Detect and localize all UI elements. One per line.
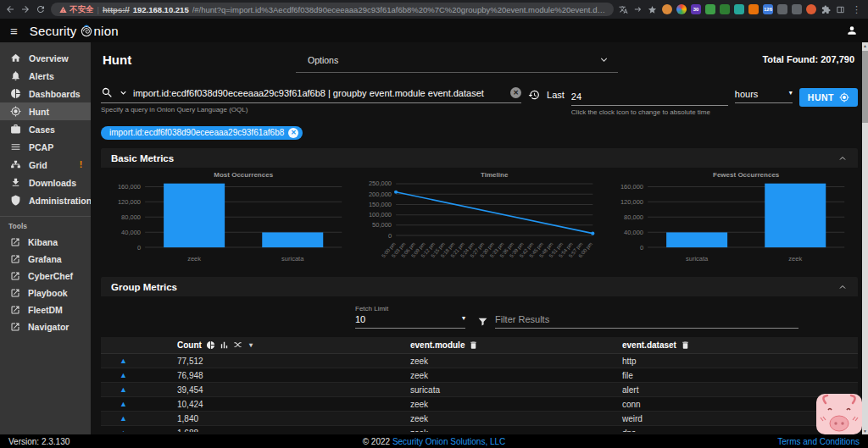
query-history-chevron-icon[interactable] — [119, 88, 128, 97]
sidebar-item-dashboards[interactable]: Dashboards — [0, 85, 91, 102]
share-icon[interactable] — [633, 5, 643, 14]
scroll-down-icon[interactable]: ▼ — [862, 429, 868, 434]
group-metrics-header[interactable]: Group Metrics — [101, 277, 858, 296]
bookmark-star-icon[interactable] — [648, 5, 657, 14]
not-secure-warning[interactable]: 不安全 — [59, 4, 94, 15]
extension-color-wheel[interactable] — [676, 4, 687, 14]
extension-blue-badge[interactable]: 126 — [763, 4, 773, 14]
sidebar-item-label: Overview — [29, 53, 69, 64]
translate-icon[interactable] — [619, 5, 628, 14]
tool-item-cyberchef[interactable]: CyberChef — [0, 268, 91, 285]
remove-filter-icon[interactable]: ✕ — [288, 128, 298, 138]
solutions-link[interactable]: Security Onion Solutions, LLC — [392, 437, 505, 446]
extension-green-calendar[interactable] — [705, 4, 715, 14]
hunt-button[interactable]: HUNT — [799, 88, 858, 107]
sidebar-item-grid[interactable]: Grid! — [0, 156, 91, 174]
history-clock-icon[interactable] — [528, 89, 540, 104]
url-divider: | — [97, 5, 99, 14]
tool-item-fleetdm[interactable]: FleetDM — [0, 301, 91, 318]
table-row[interactable]: ▲77,512zeekhttp — [101, 354, 858, 368]
hamburger-menu-icon[interactable]: ≡ — [10, 24, 18, 38]
row-expand-triangle-icon[interactable]: ▲ — [101, 400, 177, 408]
extensions-puzzle-icon[interactable] — [821, 5, 831, 14]
basic-metrics-header[interactable]: Basic Metrics — [101, 148, 858, 168]
extension-rss[interactable] — [748, 4, 759, 14]
sankey-icon[interactable] — [233, 340, 242, 350]
table-row[interactable]: ▲10,424zeekconn — [101, 397, 858, 412]
external-icon — [10, 322, 20, 332]
duration-input[interactable] — [571, 91, 728, 106]
extension-puzzle[interactable] — [777, 4, 787, 14]
scrollbar-thumb[interactable] — [862, 51, 868, 123]
tool-item-kibana[interactable]: Kibana — [0, 234, 91, 251]
svg-text:120,000: 120,000 — [118, 198, 141, 206]
svg-text:120,000: 120,000 — [620, 198, 643, 206]
extension-orange-ball[interactable] — [662, 4, 672, 14]
table-row[interactable]: ▲76,948zeekfile — [101, 368, 858, 383]
filter-chip[interactable]: import.id:ecdf6f038d90eceeaaa29c93f61af6… — [101, 126, 303, 140]
row-expand-triangle-icon[interactable]: ▲ — [101, 371, 177, 379]
sidebar: OverviewAlertsDashboardsHuntCasesPCAPGri… — [0, 42, 91, 434]
tool-item-grafana[interactable]: Grafana — [0, 251, 91, 268]
address-bar[interactable]: 不安全 | https://192.168.10.215/#/hunt?q=im… — [51, 3, 614, 16]
tool-item-navigator[interactable]: Navigator — [0, 318, 91, 335]
filter-chip-label: import.id:ecdf6f038d90eceeaaa29c93f61af6… — [109, 128, 284, 137]
user-account-icon[interactable] — [846, 25, 858, 36]
browser-menu-icon[interactable]: ⋮ — [850, 4, 863, 15]
reload-icon[interactable] — [36, 4, 46, 14]
sidebar-item-alerts[interactable]: Alerts — [0, 67, 91, 85]
pie-chart-icon[interactable] — [206, 340, 215, 350]
svg-text:80,000: 80,000 — [624, 213, 643, 221]
trash-icon[interactable] — [681, 340, 690, 350]
forward-icon[interactable] — [20, 4, 31, 14]
sidebar-item-label: Administration — [29, 196, 92, 206]
sidebar-item-hunt[interactable]: Hunt — [0, 102, 91, 120]
extension-icons: 30126 — [662, 4, 816, 14]
column-count[interactable]: Count ▾ — [177, 340, 410, 350]
target-icon — [10, 106, 21, 117]
fetch-limit-select[interactable]: 10 ▾ — [355, 314, 465, 329]
column-event-module[interactable]: event.module — [410, 340, 622, 350]
collapse-chevron-up-icon[interactable] — [837, 153, 848, 163]
sidebar-item-downloads[interactable]: Downloads — [0, 174, 91, 191]
filter-results-input[interactable] — [495, 314, 798, 329]
sidebar-item-overview[interactable]: Overview — [0, 49, 91, 67]
trash-icon[interactable] — [469, 340, 478, 350]
tool-item-playbook[interactable]: Playbook — [0, 285, 91, 301]
row-expand-triangle-icon[interactable]: ▲ — [101, 385, 177, 394]
bar-chart-icon[interactable] — [220, 340, 229, 350]
row-expand-triangle-icon[interactable]: ▲ — [101, 414, 177, 423]
table-row[interactable]: ▲1,840zeekweird — [101, 412, 858, 426]
group-table-body: ▲77,512zeekhttp▲76,948zeekfile▲39,454sur… — [101, 354, 858, 432]
row-expand-triangle-icon[interactable]: ▲ — [101, 429, 177, 432]
back-icon[interactable] — [5, 4, 15, 14]
extension-green-robot[interactable] — [720, 4, 730, 14]
side-panel-icon[interactable] — [836, 5, 845, 14]
sidebar-item-cases[interactable]: Cases — [0, 120, 91, 138]
sidebar-item-label: Grid — [29, 160, 47, 170]
collapse-chevron-up-icon[interactable] — [837, 282, 848, 292]
options-expander[interactable]: Options — [296, 47, 618, 73]
query-input[interactable] — [133, 88, 505, 98]
extension-teal[interactable] — [734, 4, 744, 14]
hunt-button-label: HUNT — [808, 92, 834, 102]
tool-item-label: CyberChef — [28, 271, 73, 281]
units-select[interactable]: hours ▾ — [735, 89, 793, 103]
sidebar-item-pcap[interactable]: PCAP — [0, 138, 91, 156]
onion-logo-icon — [80, 24, 93, 37]
svg-text:160,000: 160,000 — [620, 183, 643, 191]
sidebar-item-administration[interactable]: Administration — [0, 191, 91, 209]
extension-purple[interactable]: 30 — [691, 4, 701, 14]
table-row[interactable]: ▲39,454suricataalert — [101, 383, 858, 397]
table-row[interactable]: ▲1,688zeekdns — [101, 426, 858, 432]
scroll-up-icon[interactable]: ▲ — [862, 43, 868, 48]
row-expand-triangle-icon[interactable]: ▲ — [101, 357, 177, 365]
column-event-dataset[interactable]: event.dataset — [622, 340, 858, 350]
browser-profile-avatar[interactable] — [806, 4, 816, 14]
sidebar-item-label: PCAP — [29, 142, 53, 152]
extension-sidepanel[interactable] — [792, 4, 802, 14]
duration-hint: Click the clock icon to change to absolu… — [571, 108, 728, 116]
clear-query-icon[interactable]: ✕ — [510, 87, 521, 98]
scrollbar[interactable]: ▲ ▼ — [862, 42, 868, 434]
sort-chevron-icon[interactable]: ▾ — [249, 341, 253, 349]
